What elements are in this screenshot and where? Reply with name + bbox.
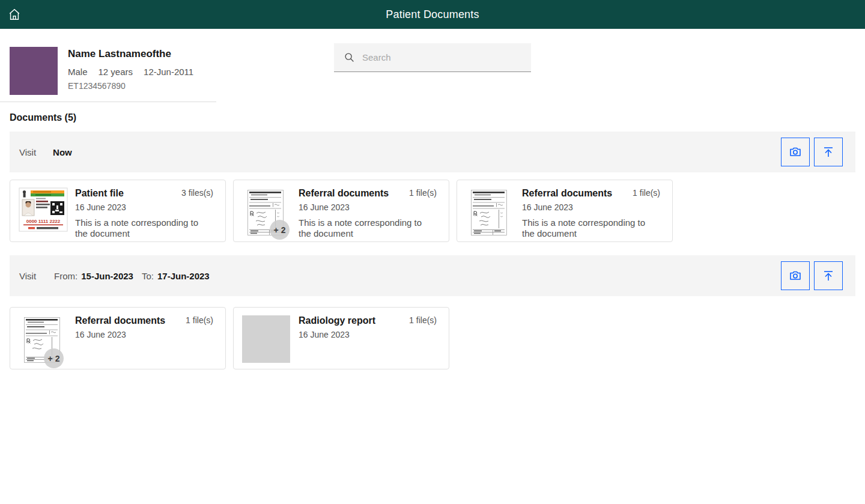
visit-label: Visit	[19, 147, 36, 157]
home-button[interactable]	[0, 0, 29, 29]
patient-identifier: ET1234567890	[68, 81, 193, 91]
document-thumbnail-prescription: + 2	[247, 190, 284, 235]
file-count: 1 file(s)	[186, 315, 213, 325]
page-title: Patient Documents	[386, 8, 479, 21]
file-count: 1 file(s)	[409, 315, 437, 325]
visit-group-dated: Visit From: 15-Jun-2023 To: 17-Jun-2023	[0, 255, 865, 369]
visit-group-now: Visit Now	[0, 132, 865, 242]
search-bar[interactable]	[334, 43, 531, 72]
document-thumbnail-prescription: + 2	[24, 317, 60, 363]
document-date: 16 June 2023	[522, 202, 660, 212]
visit-header-now: Visit Now	[10, 132, 855, 172]
patient-attributes: Male 12 years 12-Jun-2011	[68, 67, 193, 77]
document-thumbnail-prescription	[471, 190, 507, 235]
document-note: This is a note corresponding to the docu…	[299, 217, 428, 239]
document-cards-row: 0000 1111 2222 Patient file 3 files(s) 1…	[10, 180, 855, 242]
visit-date-range: From: 15-Jun-2023 To: 17-Jun-2023	[54, 271, 210, 281]
document-card-referral-3[interactable]: + 2 Referral documents 1 file(s) 16 June…	[10, 307, 226, 369]
document-title: Patient file	[75, 188, 124, 199]
document-date: 16 June 2023	[299, 202, 437, 212]
visit-actions	[781, 261, 843, 290]
upload-icon	[821, 145, 836, 159]
more-files-badge: + 2	[44, 348, 64, 368]
search-input[interactable]	[362, 52, 531, 62]
document-date: 16 June 2023	[299, 330, 437, 339]
documents-heading: Documents (5)	[10, 112, 855, 123]
patient-info: Name Lastnameofthe Male 12 years 12-Jun-…	[68, 48, 193, 91]
patient-age: 12 years	[99, 67, 133, 77]
visit-timing-now: Now	[53, 147, 72, 157]
camera-icon	[788, 269, 803, 283]
visit-actions	[781, 138, 843, 166]
camera-icon	[788, 145, 803, 159]
document-card-patient-file[interactable]: 0000 1111 2222 Patient file 3 files(s) 1…	[10, 180, 226, 242]
upload-button[interactable]	[814, 261, 843, 290]
upload-button[interactable]	[814, 138, 843, 166]
camera-button[interactable]	[781, 261, 810, 290]
document-card-radiology[interactable]: Radiology report 1 file(s) 16 June 2023	[233, 307, 449, 369]
search-icon	[344, 52, 354, 62]
upload-icon	[821, 269, 836, 283]
document-date: 16 June 2023	[75, 202, 213, 212]
id-card-number: 0000 1111 2222	[26, 219, 61, 224]
document-note: This is a note corresponding to the docu…	[75, 217, 205, 239]
patient-gender: Male	[68, 67, 88, 77]
document-note: This is a note corresponding to the docu…	[522, 217, 652, 239]
document-title: Referral documents	[75, 315, 165, 326]
camera-button[interactable]	[781, 138, 810, 166]
file-count: 1 file(s)	[633, 188, 660, 198]
document-title: Referral documents	[522, 188, 612, 199]
app-header: Patient Documents	[0, 0, 865, 29]
visit-to-label: To:	[142, 271, 154, 281]
home-icon	[8, 8, 21, 21]
patient-banner-section: Name Lastnameofthe Male 12 years 12-Jun-…	[0, 29, 865, 102]
document-thumbnail-id-card: 0000 1111 2222	[19, 187, 75, 234]
file-count: 1 file(s)	[409, 188, 437, 198]
document-title: Radiology report	[299, 315, 375, 326]
visit-to-date: 17-Jun-2023	[157, 271, 210, 281]
document-card-referral-1[interactable]: + 2 Referral documents 1 file(s) 16 June…	[233, 180, 449, 242]
patient-card: Name Lastnameofthe Male 12 years 12-Jun-…	[0, 29, 216, 102]
visit-label: Visit	[19, 271, 36, 281]
file-count: 3 files(s)	[181, 188, 213, 198]
document-date: 16 June 2023	[75, 330, 213, 339]
visit-header-dated: Visit From: 15-Jun-2023 To: 17-Jun-2023	[10, 255, 855, 296]
document-thumbnail-placeholder	[242, 315, 290, 363]
visit-from-label: From:	[54, 271, 77, 281]
patient-name: Name Lastnameofthe	[68, 48, 193, 60]
visit-from-date: 15-Jun-2023	[81, 271, 133, 281]
more-files-badge: + 2	[270, 220, 290, 240]
patient-avatar	[10, 47, 58, 95]
patient-birthdate: 12-Jun-2011	[144, 67, 193, 77]
document-cards-row: + 2 Referral documents 1 file(s) 16 June…	[10, 307, 855, 369]
document-card-referral-2[interactable]: Referral documents 1 file(s) 16 June 202…	[457, 180, 673, 242]
document-title: Referral documents	[299, 188, 389, 199]
